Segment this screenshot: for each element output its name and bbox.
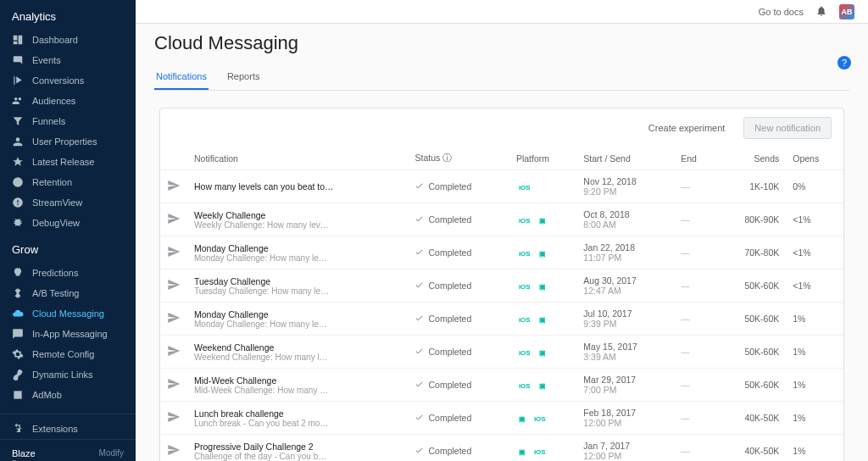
platform-cell: iOS ▣ [516,381,548,391]
send-icon [160,336,187,369]
notifications-card: Create experiment New notification Notif… [159,108,844,461]
start-cell: Jan 22, 201811:07 PM [576,236,674,269]
sends-cell: 70K-80K [716,236,786,269]
table-row[interactable]: How many levels can you beat to…Complete… [160,170,843,203]
end-cell: — [674,269,716,303]
notification-title: Monday Challenge [194,309,401,319]
user-properties-icon [12,136,24,147]
platform-cell: iOS ▣ [516,348,548,358]
plan-name: Blaze [12,448,60,458]
main: Go to docs AB Cloud Messaging ? Notifica… [136,0,868,461]
opens-cell: 1% [786,303,843,336]
sends-cell: 40K-50K [716,435,786,462]
sidebar-item-in-app-messaging[interactable]: In-App Messaging [0,324,136,344]
bell-icon[interactable] [815,5,827,19]
sidebar-item-a-b-testing[interactable]: A/B Testing [0,283,136,303]
check-icon [415,347,424,358]
check-icon [415,181,424,192]
table-row[interactable]: Tuesday ChallengeTuesday Challenge: How … [160,269,843,303]
sidebar-item-audiences[interactable]: Audiences [0,91,136,111]
sidebar-item-predictions[interactable]: Predictions [0,263,136,283]
sidebar-item-label: Events [32,55,61,65]
notification-subtitle: Mid-Week Challenge: How many … [194,386,338,395]
sidebar-item-cloud-messaging[interactable]: Cloud Messaging [0,303,136,324]
create-experiment-button[interactable]: Create experiment [638,117,736,139]
avatar[interactable]: AB [839,4,854,19]
sidebar-footer: Blaze Pay as you go Modify [0,439,136,461]
sidebar-item-label: Dynamic Links [32,369,93,380]
end-cell: — [674,236,716,269]
col-notification: Notification [187,147,408,170]
go-to-docs-link[interactable]: Go to docs [759,7,804,17]
sidebar-item-label: Dashboard [32,35,78,45]
sends-cell: 1K-10K [716,170,786,203]
notification-subtitle: Weekend Challenge: How many l… [194,353,338,362]
sidebar-item-remote-config[interactable]: Remote Config [0,344,136,364]
table-row[interactable]: Lunch break challengeLunch break - Can y… [160,402,843,435]
sidebar-item-dynamic-links[interactable]: Dynamic Links [0,364,136,385]
table-row[interactable]: Weekend ChallengeWeekend Challenge: How … [160,336,843,369]
new-notification-button[interactable]: New notification [743,117,832,139]
sidebar-item-extensions[interactable]: Extensions [0,414,136,439]
admob-icon [12,389,24,401]
tab-notifications[interactable]: Notifications [154,64,209,90]
sidebar-item-events[interactable]: Events [0,50,136,70]
end-cell: — [674,203,716,236]
sidebar-item-conversions[interactable]: Conversions [0,70,136,91]
events-icon [12,54,24,66]
start-cell: May 15, 20173:39 AM [576,336,674,369]
platform-cell: iOS ▣ [516,315,548,325]
sidebar-item-funnels[interactable]: Funnels [0,111,136,131]
end-cell: — [674,402,716,435]
tab-reports[interactable]: Reports [225,64,262,90]
send-icon [160,236,187,269]
ios-pill: iOS [516,348,533,358]
sidebar-item-admob[interactable]: AdMob [0,385,136,405]
in-app-messaging-icon [12,328,24,340]
end-cell: — [674,369,716,402]
sidebar-item-user-properties[interactable]: User Properties [0,131,136,152]
platform-cell: iOS [516,183,533,192]
sidebar-item-streamview[interactable]: StreamView [0,192,136,213]
ios-pill: iOS [516,315,533,325]
col-start: Start / Send [576,147,674,170]
cloud-messaging-icon [12,308,24,319]
status-label: Completed [428,214,471,225]
table-row[interactable]: Mid-Week ChallengeMid-Week Challenge: Ho… [160,369,843,402]
table-row[interactable]: Progressive Daily Challenge 2Challenge o… [160,435,843,462]
sidebar-item-label: Cloud Messaging [32,308,104,319]
start-cell: Oct 8, 20188:00 AM [576,203,674,236]
help-icon[interactable]: ? [837,56,851,69]
sidebar-section-grow: Grow [0,233,136,263]
table-row[interactable]: Monday ChallengeMonday Challenge: How ma… [160,303,843,336]
android-pill: ▣ [537,381,548,391]
col-opens: Opens [786,147,843,170]
sidebar-item-dashboard[interactable]: Dashboard [0,30,136,50]
notification-subtitle: Weekly Challenge: How many lev… [194,220,338,230]
check-icon [415,380,424,391]
col-platform: Platform [509,147,576,170]
a-b-testing-icon [12,287,24,299]
sidebar-item-retention[interactable]: Retention [0,172,136,192]
info-icon: ⓘ [442,153,452,163]
start-cell: Feb 18, 201712:00 PM [576,402,674,435]
table-row[interactable]: Monday ChallengeMonday Challenge: How ma… [160,236,843,269]
notification-title: Lunch break challenge [194,408,401,419]
plan-modify-link[interactable]: Modify [99,448,124,458]
sidebar-item-debugview[interactable]: DebugView [0,213,136,233]
sidebar-item-label: Extensions [32,424,78,434]
status-label: Completed [428,280,471,291]
opens-cell: <1% [786,203,843,236]
notification-subtitle: Tuesday Challenge: How many le… [194,286,338,296]
sidebar-item-latest-release[interactable]: Latest Release [0,152,136,172]
sidebar-item-label: A/B Testing [32,288,79,298]
table-row[interactable]: Weekly ChallengeWeekly Challenge: How ma… [160,203,843,236]
sidebar-item-label: Audiences [32,96,75,106]
sidebar-item-label: User Properties [32,136,97,147]
platform-cell: iOS ▣ [516,282,548,292]
end-cell: — [674,170,716,203]
status-label: Completed [428,247,471,258]
sidebar-item-label: Remote Config [32,349,94,359]
opens-cell: <1% [786,269,843,303]
send-icon [160,369,187,402]
